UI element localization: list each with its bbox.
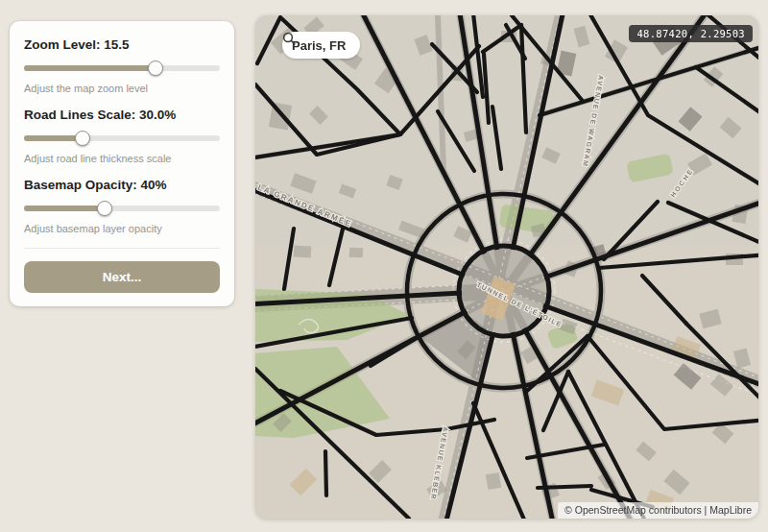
zoom-level-desc: Adjust the map zoom level xyxy=(24,83,220,94)
search-box[interactable]: Paris, FR xyxy=(282,32,360,59)
slider-track xyxy=(24,206,220,211)
basemap-opacity-desc: Adjust basemap layer opacity xyxy=(24,223,220,234)
slider-track xyxy=(24,65,220,71)
coordinates-badge: 48.87420, 2.29503 xyxy=(629,25,753,42)
search-value: Paris, FR xyxy=(292,38,346,53)
slider-fill xyxy=(24,206,105,211)
zoom-level-slider[interactable] xyxy=(24,60,220,76)
app: Zoom Level: 15.5 Adjust the map zoom lev… xyxy=(0,0,768,532)
slider-fill xyxy=(24,135,83,141)
divider xyxy=(24,248,220,249)
slider-thumb[interactable] xyxy=(148,60,163,76)
slider-track xyxy=(24,135,220,141)
next-button[interactable]: Next... xyxy=(24,261,220,293)
slider-thumb[interactable] xyxy=(97,201,112,216)
basemap-opacity-label: Basemap Opacity: 40% xyxy=(24,178,220,192)
zoom-level-label: Zoom Level: 15.5 xyxy=(24,37,220,52)
basemap-opacity-slider[interactable] xyxy=(24,201,220,216)
map-container[interactable]: LA GRANDE ARMÉE TUNNEL DE L'ÉTOILE AVENU… xyxy=(255,15,758,519)
road-lines-scale-desc: Adjust road line thickness scale xyxy=(24,153,220,164)
search-icon xyxy=(282,32,296,45)
road-lines-scale-label: Road Lines Scale: 30.0% xyxy=(24,108,220,122)
slider-thumb[interactable] xyxy=(75,131,90,146)
road-lines-scale-slider[interactable] xyxy=(24,131,220,146)
map-canvas[interactable]: LA GRANDE ARMÉE TUNNEL DE L'ÉTOILE AVENU… xyxy=(255,15,758,519)
controls-panel: Zoom Level: 15.5 Adjust the map zoom lev… xyxy=(10,21,234,306)
map-attribution[interactable]: © OpenStreetMap contributors | MapLibre xyxy=(558,502,758,519)
slider-fill xyxy=(24,65,156,71)
